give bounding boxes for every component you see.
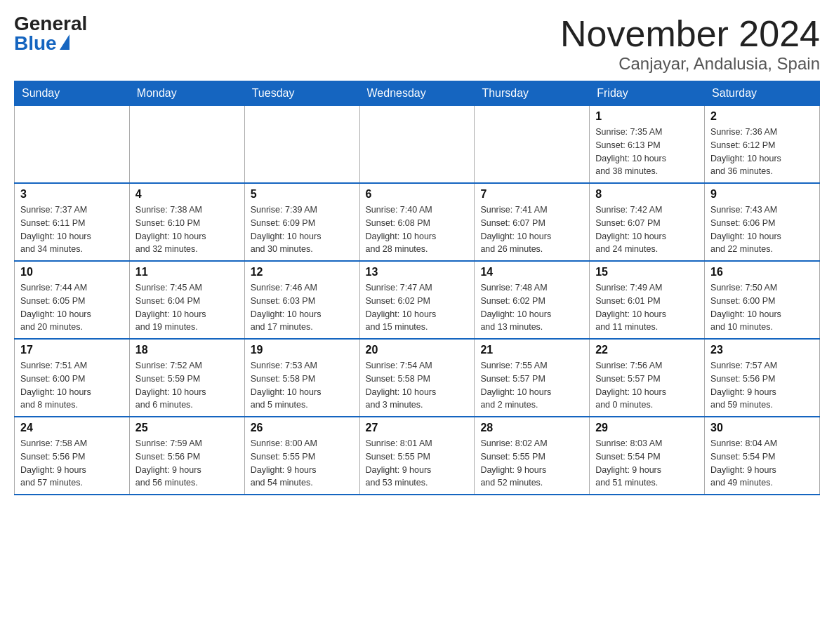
day-number: 28 <box>480 422 583 434</box>
day-info: Sunrise: 7:37 AM Sunset: 6:11 PM Dayligh… <box>20 203 124 256</box>
day-info: Sunrise: 7:58 AM Sunset: 5:56 PM Dayligh… <box>20 437 124 490</box>
day-info: Sunrise: 7:46 AM Sunset: 6:03 PM Dayligh… <box>251 281 354 334</box>
weekday-header-monday: Monday <box>129 81 244 106</box>
calendar-week-row: 17Sunrise: 7:51 AM Sunset: 6:00 PM Dayli… <box>15 339 820 417</box>
day-number: 29 <box>595 422 699 434</box>
calendar-cell: 27Sunrise: 8:01 AM Sunset: 5:55 PM Dayli… <box>359 417 475 495</box>
day-number: 30 <box>710 422 814 434</box>
calendar-cell: 10Sunrise: 7:44 AM Sunset: 6:05 PM Dayli… <box>15 261 130 339</box>
calendar-cell: 28Sunrise: 8:02 AM Sunset: 5:55 PM Dayli… <box>475 417 590 495</box>
day-number: 26 <box>251 422 354 434</box>
calendar-cell: 20Sunrise: 7:54 AM Sunset: 5:58 PM Dayli… <box>359 339 475 417</box>
day-info: Sunrise: 7:41 AM Sunset: 6:07 PM Dayligh… <box>480 203 583 256</box>
calendar-cell: 7Sunrise: 7:41 AM Sunset: 6:07 PM Daylig… <box>475 183 590 261</box>
day-info: Sunrise: 7:53 AM Sunset: 5:58 PM Dayligh… <box>251 359 354 412</box>
day-info: Sunrise: 7:56 AM Sunset: 5:57 PM Dayligh… <box>595 359 699 412</box>
day-info: Sunrise: 7:42 AM Sunset: 6:07 PM Dayligh… <box>595 203 699 256</box>
day-info: Sunrise: 7:49 AM Sunset: 6:01 PM Dayligh… <box>595 281 699 334</box>
day-number: 13 <box>366 266 469 279</box>
calendar-cell <box>475 106 590 184</box>
day-info: Sunrise: 8:02 AM Sunset: 5:55 PM Dayligh… <box>480 437 583 490</box>
day-info: Sunrise: 8:01 AM Sunset: 5:55 PM Dayligh… <box>366 437 469 490</box>
day-info: Sunrise: 7:55 AM Sunset: 5:57 PM Dayligh… <box>480 359 583 412</box>
calendar-week-row: 24Sunrise: 7:58 AM Sunset: 5:56 PM Dayli… <box>15 417 820 495</box>
logo: General Blue <box>14 14 87 53</box>
weekday-header-friday: Friday <box>590 81 705 106</box>
day-number: 4 <box>135 188 239 201</box>
day-info: Sunrise: 7:48 AM Sunset: 6:02 PM Dayligh… <box>480 281 583 334</box>
day-info: Sunrise: 7:45 AM Sunset: 6:04 PM Dayligh… <box>135 281 239 334</box>
calendar-cell <box>244 106 359 184</box>
day-info: Sunrise: 7:47 AM Sunset: 6:02 PM Dayligh… <box>366 281 469 334</box>
calendar-cell: 30Sunrise: 8:04 AM Sunset: 5:54 PM Dayli… <box>705 417 820 495</box>
day-number: 12 <box>251 266 354 279</box>
calendar-cell: 18Sunrise: 7:52 AM Sunset: 5:59 PM Dayli… <box>129 339 244 417</box>
calendar-cell: 21Sunrise: 7:55 AM Sunset: 5:57 PM Dayli… <box>475 339 590 417</box>
subtitle: Canjayar, Andalusia, Spain <box>560 54 820 74</box>
day-number: 1 <box>595 110 699 123</box>
calendar-cell: 24Sunrise: 7:58 AM Sunset: 5:56 PM Dayli… <box>15 417 130 495</box>
day-info: Sunrise: 8:04 AM Sunset: 5:54 PM Dayligh… <box>710 437 814 490</box>
weekday-header-tuesday: Tuesday <box>244 81 359 106</box>
day-number: 2 <box>710 110 814 123</box>
day-info: Sunrise: 7:59 AM Sunset: 5:56 PM Dayligh… <box>135 437 239 490</box>
day-info: Sunrise: 7:50 AM Sunset: 6:00 PM Dayligh… <box>710 281 814 334</box>
day-number: 16 <box>710 266 814 279</box>
day-info: Sunrise: 7:40 AM Sunset: 6:08 PM Dayligh… <box>366 203 469 256</box>
day-number: 20 <box>366 344 469 356</box>
day-info: Sunrise: 7:44 AM Sunset: 6:05 PM Dayligh… <box>20 281 124 334</box>
calendar-cell: 22Sunrise: 7:56 AM Sunset: 5:57 PM Dayli… <box>590 339 705 417</box>
day-number: 7 <box>480 188 583 201</box>
day-number: 17 <box>20 344 124 356</box>
day-info: Sunrise: 7:43 AM Sunset: 6:06 PM Dayligh… <box>710 203 814 256</box>
day-info: Sunrise: 8:00 AM Sunset: 5:55 PM Dayligh… <box>251 437 354 490</box>
calendar-cell: 15Sunrise: 7:49 AM Sunset: 6:01 PM Dayli… <box>590 261 705 339</box>
calendar-cell: 9Sunrise: 7:43 AM Sunset: 6:06 PM Daylig… <box>705 183 820 261</box>
day-number: 15 <box>595 266 699 279</box>
day-number: 8 <box>595 188 699 201</box>
calendar-cell: 25Sunrise: 7:59 AM Sunset: 5:56 PM Dayli… <box>129 417 244 495</box>
calendar-cell: 1Sunrise: 7:35 AM Sunset: 6:13 PM Daylig… <box>590 106 705 184</box>
day-number: 9 <box>710 188 814 201</box>
calendar-body: 1Sunrise: 7:35 AM Sunset: 6:13 PM Daylig… <box>15 106 820 495</box>
weekday-header-row: SundayMondayTuesdayWednesdayThursdayFrid… <box>15 81 820 106</box>
calendar-cell: 6Sunrise: 7:40 AM Sunset: 6:08 PM Daylig… <box>359 183 475 261</box>
day-info: Sunrise: 8:03 AM Sunset: 5:54 PM Dayligh… <box>595 437 699 490</box>
day-number: 10 <box>20 266 124 279</box>
weekday-header-wednesday: Wednesday <box>359 81 475 106</box>
logo-triangle-icon <box>60 34 70 50</box>
day-info: Sunrise: 7:35 AM Sunset: 6:13 PM Dayligh… <box>595 126 699 178</box>
day-number: 3 <box>20 188 124 201</box>
weekday-header-sunday: Sunday <box>15 81 130 106</box>
day-number: 22 <box>595 344 699 356</box>
calendar-cell: 17Sunrise: 7:51 AM Sunset: 6:00 PM Dayli… <box>15 339 130 417</box>
calendar-table: SundayMondayTuesdayWednesdayThursdayFrid… <box>14 81 820 495</box>
calendar-cell: 4Sunrise: 7:38 AM Sunset: 6:10 PM Daylig… <box>129 183 244 261</box>
title-block: November 2024 Canjayar, Andalusia, Spain <box>560 14 820 74</box>
calendar-cell: 16Sunrise: 7:50 AM Sunset: 6:00 PM Dayli… <box>705 261 820 339</box>
calendar-header: SundayMondayTuesdayWednesdayThursdayFrid… <box>15 81 820 106</box>
calendar-week-row: 10Sunrise: 7:44 AM Sunset: 6:05 PM Dayli… <box>15 261 820 339</box>
calendar-cell: 13Sunrise: 7:47 AM Sunset: 6:02 PM Dayli… <box>359 261 475 339</box>
weekday-header-saturday: Saturday <box>705 81 820 106</box>
logo-blue-text: Blue <box>14 34 70 53</box>
main-title: November 2024 <box>560 14 820 54</box>
day-info: Sunrise: 7:39 AM Sunset: 6:09 PM Dayligh… <box>251 203 354 256</box>
page-header: General Blue November 2024 Canjayar, And… <box>14 14 820 74</box>
calendar-cell: 12Sunrise: 7:46 AM Sunset: 6:03 PM Dayli… <box>244 261 359 339</box>
calendar-cell: 29Sunrise: 8:03 AM Sunset: 5:54 PM Dayli… <box>590 417 705 495</box>
day-number: 6 <box>366 188 469 201</box>
calendar-cell: 23Sunrise: 7:57 AM Sunset: 5:56 PM Dayli… <box>705 339 820 417</box>
day-info: Sunrise: 7:51 AM Sunset: 6:00 PM Dayligh… <box>20 359 124 412</box>
calendar-cell <box>15 106 130 184</box>
day-info: Sunrise: 7:36 AM Sunset: 6:12 PM Dayligh… <box>710 126 814 178</box>
day-number: 14 <box>480 266 583 279</box>
calendar-cell: 3Sunrise: 7:37 AM Sunset: 6:11 PM Daylig… <box>15 183 130 261</box>
day-number: 21 <box>480 344 583 356</box>
logo-general-text: General <box>14 14 87 34</box>
day-number: 11 <box>135 266 239 279</box>
calendar-cell: 5Sunrise: 7:39 AM Sunset: 6:09 PM Daylig… <box>244 183 359 261</box>
calendar-cell <box>359 106 475 184</box>
calendar-cell: 8Sunrise: 7:42 AM Sunset: 6:07 PM Daylig… <box>590 183 705 261</box>
day-info: Sunrise: 7:38 AM Sunset: 6:10 PM Dayligh… <box>135 203 239 256</box>
